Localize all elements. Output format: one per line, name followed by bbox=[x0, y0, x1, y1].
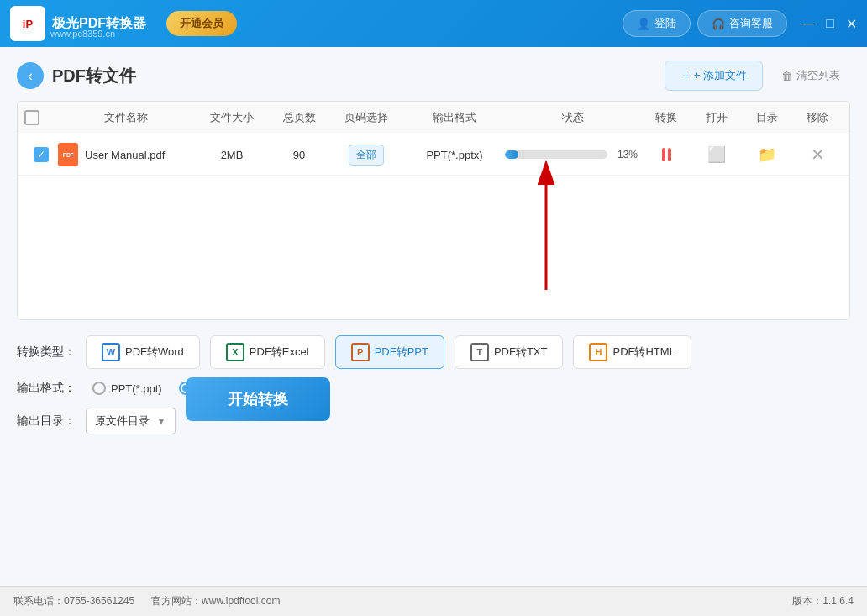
row-remove-action[interactable]: ✕ bbox=[792, 145, 843, 165]
th-totalpages: 总页数 bbox=[270, 110, 328, 125]
th-status: 状态 bbox=[505, 110, 641, 125]
ppt-radio[interactable] bbox=[92, 382, 106, 395]
title-bar: iP 极光PDF转换器 www.pc8359.cn 开通会员 👤 登陆 🎧 咨询… bbox=[0, 0, 867, 47]
checked-icon: ✓ bbox=[34, 147, 49, 162]
convert-txt-button[interactable]: T PDF转TXT bbox=[455, 335, 564, 369]
th-remove: 移除 bbox=[792, 110, 843, 125]
dropdown-arrow-icon: ▼ bbox=[156, 415, 166, 427]
remove-icon[interactable]: ✕ bbox=[807, 145, 828, 165]
output-dir-row: 输出目录： 原文件目录 ▼ 开始转换 bbox=[17, 408, 850, 434]
convert-html-button[interactable]: H PDF转HTML bbox=[573, 335, 691, 369]
th-outputformat: 输出格式 bbox=[404, 110, 505, 125]
progress-bar-fill bbox=[505, 150, 518, 159]
table-row: ✓ PDF User Manual.pdf 2MB 90 全部 PPT(*.pp… bbox=[18, 134, 849, 176]
row-pageselect[interactable]: 全部 bbox=[328, 145, 404, 166]
app-subtitle: www.pc8359.cn bbox=[50, 29, 115, 39]
open-file-icon[interactable]: ⬜ bbox=[707, 145, 727, 165]
progress-bar-background bbox=[505, 150, 607, 159]
plus-icon: ＋ bbox=[680, 68, 691, 83]
trash-icon: 🗑 bbox=[781, 70, 792, 82]
page-select-dropdown[interactable]: 全部 bbox=[349, 145, 384, 166]
format-ppt-option[interactable]: PPT(*.ppt) bbox=[92, 382, 162, 395]
row-filename: PDF User Manual.pdf bbox=[58, 143, 194, 166]
row-open-action[interactable]: ⬜ bbox=[691, 145, 742, 165]
output-dir-select[interactable]: 原文件目录 ▼ bbox=[86, 408, 176, 434]
th-convert: 转换 bbox=[641, 110, 691, 125]
convert-ppt-button[interactable]: P PDF转PPT bbox=[335, 335, 444, 369]
pause-bar-left bbox=[662, 148, 665, 161]
pause-button[interactable] bbox=[662, 148, 671, 161]
header-checkbox[interactable] bbox=[24, 110, 39, 125]
add-file-button[interactable]: ＋ + 添加文件 bbox=[665, 61, 763, 91]
start-convert-button[interactable]: 开始转换 bbox=[186, 377, 330, 421]
th-pageselect: 页码选择 bbox=[328, 110, 404, 125]
minimize-button[interactable]: — bbox=[801, 16, 814, 31]
th-checkbox[interactable] bbox=[24, 110, 58, 125]
window-controls: — □ ✕ bbox=[801, 16, 857, 32]
back-button[interactable]: ‹ bbox=[17, 62, 44, 89]
table-body: ✓ PDF User Manual.pdf 2MB 90 全部 PPT(*.pp… bbox=[18, 134, 849, 319]
txt-icon: T bbox=[470, 343, 489, 361]
page-title: PDF转文件 bbox=[52, 65, 656, 87]
output-dir-label: 输出目录： bbox=[17, 413, 76, 429]
row-dir-action[interactable]: 📁 bbox=[742, 145, 792, 165]
row-totalpages: 90 bbox=[270, 149, 328, 161]
back-icon: ‹ bbox=[28, 67, 33, 85]
html-icon: H bbox=[589, 343, 607, 361]
bottom-controls: 转换类型： W PDF转Word X PDF转Excel P PDF转PPT T… bbox=[17, 335, 850, 451]
close-button[interactable]: ✕ bbox=[846, 16, 857, 32]
output-format-row: 输出格式： PPT(*.ppt) PPT(*.pptx) bbox=[17, 381, 850, 396]
version-label: 版本：1.1.6.4 bbox=[792, 594, 854, 608]
row-filesize: 2MB bbox=[194, 149, 270, 161]
file-table: 文件名称 文件大小 总页数 页码选择 输出格式 状态 转换 打开 目录 移除 ✓… bbox=[17, 101, 850, 320]
pdf-file-icon: PDF bbox=[58, 143, 78, 166]
convert-type-label: 转换类型： bbox=[17, 345, 76, 360]
th-open: 打开 bbox=[691, 110, 742, 125]
app-logo: iP bbox=[10, 6, 45, 41]
convert-type-row: 转换类型： W PDF转Word X PDF转Excel P PDF转PPT T… bbox=[17, 335, 850, 369]
clear-list-button[interactable]: 🗑 清空列表 bbox=[771, 61, 850, 90]
login-button[interactable]: 👤 登陆 bbox=[623, 10, 691, 37]
th-filename: 文件名称 bbox=[58, 110, 194, 125]
open-folder-icon[interactable]: 📁 bbox=[757, 145, 777, 165]
ppt-icon: P bbox=[351, 343, 370, 361]
th-filesize: 文件大小 bbox=[194, 110, 270, 125]
row-checkbox[interactable]: ✓ bbox=[24, 147, 58, 162]
table-header-row: 文件名称 文件大小 总页数 页码选择 输出格式 状态 转换 打开 目录 移除 bbox=[18, 102, 849, 134]
user-icon: 👤 bbox=[637, 18, 650, 30]
convert-excel-button[interactable]: X PDF转Excel bbox=[210, 335, 325, 369]
main-content: ‹ PDF转文件 ＋ + 添加文件 🗑 清空列表 文件名称 文件大小 总页数 页… bbox=[0, 47, 867, 586]
contact-phone: 联系电话：0755-36561245 bbox=[13, 594, 134, 608]
vip-button[interactable]: 开通会员 bbox=[166, 11, 237, 36]
progress-container: 13% bbox=[505, 149, 641, 161]
page-header: ‹ PDF转文件 ＋ + 添加文件 🗑 清空列表 bbox=[17, 47, 850, 101]
row-status: 13% bbox=[505, 149, 641, 161]
status-bar: 联系电话：0755-36561245 官方网站：www.ipdftool.com… bbox=[0, 586, 867, 616]
excel-icon: X bbox=[226, 343, 244, 361]
logo-text: iP bbox=[23, 18, 33, 30]
progress-percent: 13% bbox=[614, 149, 641, 161]
support-button[interactable]: 🎧 咨询客服 bbox=[697, 10, 787, 37]
support-icon: 🎧 bbox=[712, 18, 725, 30]
row-convert-action[interactable] bbox=[641, 148, 691, 161]
pause-bar-right bbox=[668, 148, 671, 161]
output-format-label: 输出格式： bbox=[17, 381, 76, 396]
maximize-button[interactable]: □ bbox=[826, 16, 834, 31]
th-directory: 目录 bbox=[742, 110, 792, 125]
official-website: 官方网站：www.ipdftool.com bbox=[151, 594, 280, 608]
convert-word-button[interactable]: W PDF转Word bbox=[86, 335, 200, 369]
row-outputformat: PPT(*.pptx) bbox=[404, 149, 505, 161]
word-icon: W bbox=[102, 343, 120, 361]
